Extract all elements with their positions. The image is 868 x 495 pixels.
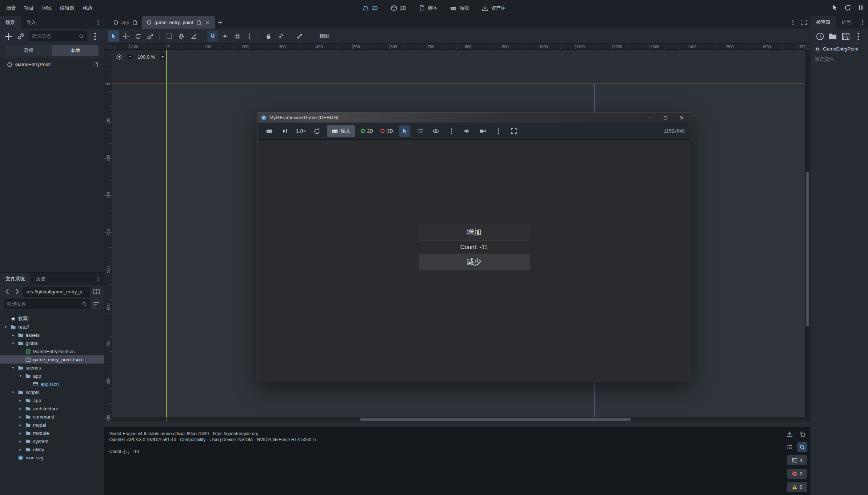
fs-item-architecture[interactable]: ▸architecture <box>0 404 104 413</box>
fs-item-res[interactable]: ▾res:// <box>0 323 104 331</box>
split-view-icon[interactable] <box>93 288 100 295</box>
fs-item-model[interactable]: ▸model <box>0 421 104 429</box>
group-node[interactable] <box>275 30 286 42</box>
visibility-toggle[interactable] <box>430 126 441 137</box>
new-scene-tab-button[interactable] <box>215 16 226 29</box>
horizontal-scrollbar[interactable] <box>112 417 805 421</box>
distraction-free-icon[interactable] <box>801 19 807 25</box>
fs-item-item[interactable]: 收藏: <box>0 315 104 323</box>
node-script-icon[interactable] <box>93 62 98 68</box>
snap-options[interactable] <box>244 30 255 42</box>
restart-game-button[interactable] <box>844 4 851 12</box>
scale-tool[interactable] <box>145 30 156 42</box>
expand-arrow-icon[interactable]: ▸ <box>18 423 23 427</box>
maximize-button[interactable] <box>657 113 674 123</box>
fs-item-command[interactable]: ▸command <box>0 413 104 421</box>
inspected-node-row[interactable]: GameEntryPoint <box>810 44 868 54</box>
log-search-button[interactable] <box>797 442 807 452</box>
next-frame[interactable] <box>279 126 291 137</box>
inspector-more-icon[interactable] <box>854 32 863 41</box>
expand-arrow-icon[interactable]: ▾ <box>10 365 16 370</box>
grid-snap-toggle[interactable] <box>219 30 230 42</box>
workspace-assetlib[interactable]: 资产库 <box>477 3 511 13</box>
lock-node[interactable] <box>263 30 274 42</box>
copy-log-button[interactable] <box>797 429 807 439</box>
embed-fullscreen[interactable] <box>508 126 519 137</box>
more-options-2[interactable] <box>493 126 504 137</box>
pan-tool[interactable] <box>176 30 187 42</box>
history-icon[interactable] <box>816 32 825 41</box>
menu-editor[interactable]: 编辑器 <box>56 0 78 16</box>
expand-arrow-icon[interactable]: ▸ <box>18 406 23 411</box>
warnings-badge[interactable]: 0 <box>787 482 807 492</box>
fs-item-global[interactable]: ▾global <box>0 339 104 347</box>
tab-filesystem[interactable]: 文件系统 <box>0 273 30 285</box>
expand-arrow-icon[interactable]: ▸ <box>18 414 23 419</box>
zoom-in-icon[interactable] <box>159 53 166 60</box>
fs-item-scenes[interactable]: ▾scenes <box>0 364 104 372</box>
fs-item-system[interactable]: ▸system <box>0 437 104 445</box>
scene-node-gameentrypoint[interactable]: GameEntryPoint <box>0 59 104 69</box>
load-resource-icon[interactable] <box>828 32 837 41</box>
executions-badge[interactable]: 4 <box>787 455 807 465</box>
expand-arrow-icon[interactable]: ▸ <box>18 439 23 444</box>
fs-item-assets[interactable]: ▸assets <box>0 331 104 339</box>
node-picker[interactable] <box>415 126 426 137</box>
decrease-button[interactable]: 减少 <box>419 254 529 270</box>
tab-signals[interactable]: 信号 <box>836 16 857 29</box>
speed-menu[interactable]: 1.0× <box>295 128 307 134</box>
save-resource-icon[interactable] <box>841 32 850 41</box>
view-menu-button[interactable]: 视图 <box>315 30 333 42</box>
fs-item-gameentrypoint-cs[interactable]: GameEntryPoint.cs <box>0 347 104 355</box>
camera-2d-toggle[interactable]: 2D <box>359 128 375 134</box>
expand-arrow-icon[interactable]: ▾ <box>3 325 8 329</box>
sort-files-icon[interactable] <box>93 300 100 308</box>
hscroll-thumb[interactable] <box>360 418 631 421</box>
history-forward-icon[interactable] <box>13 288 21 295</box>
scene-tree-menu-icon[interactable] <box>91 32 100 41</box>
close-button[interactable] <box>674 113 690 123</box>
expand-arrow-icon[interactable]: ▸ <box>10 333 16 338</box>
filter-nodes-input[interactable]: 筛选节点 <box>29 31 87 41</box>
current-path-input[interactable]: res://global/game_entry_p <box>23 287 90 297</box>
tab-scene[interactable]: 场景 <box>0 16 21 29</box>
menu-scene[interactable]: 场景 <box>2 0 20 16</box>
filesystem-dock-menu-icon[interactable] <box>95 276 101 282</box>
close-tab-icon[interactable] <box>205 20 210 25</box>
inspector-dock-menu-icon[interactable] <box>859 19 865 25</box>
vertical-scrollbar[interactable] <box>805 50 810 421</box>
expand-arrow-icon[interactable]: ▾ <box>10 341 16 346</box>
pixel-grid-toggle[interactable] <box>231 30 243 42</box>
workspace-script[interactable]: 脚本 <box>414 3 443 13</box>
vscroll-thumb[interactable] <box>806 172 809 326</box>
camera-override[interactable] <box>477 126 488 137</box>
tab-import[interactable]: 导入 <box>21 16 42 29</box>
workspace-game[interactable]: 游戏 <box>446 3 474 13</box>
menu-project[interactable]: 项目 <box>20 0 38 16</box>
pause-game-button[interactable] <box>857 4 864 12</box>
zoom-out-icon[interactable] <box>127 53 133 60</box>
mute-audio[interactable] <box>461 126 473 137</box>
snap-toggle[interactable] <box>207 30 218 42</box>
log-collapse-button[interactable] <box>785 442 794 452</box>
filter-files-input[interactable]: 筛选文件 <box>4 299 90 309</box>
errors-badge[interactable]: 0 <box>787 469 807 479</box>
restart-button[interactable] <box>311 126 323 137</box>
fs-item-module[interactable]: ▸module <box>0 429 104 437</box>
save-log-button[interactable] <box>785 429 794 439</box>
history-back-icon[interactable] <box>4 288 11 295</box>
zoom-level[interactable]: 100.0 % <box>137 54 155 60</box>
camera-3d-toggle[interactable]: 3D <box>379 128 395 134</box>
fs-item-app[interactable]: ▸app <box>0 396 104 404</box>
input-toggle[interactable]: 输入 <box>327 125 355 137</box>
workspace-3d[interactable]: 3D <box>386 3 411 13</box>
menu-help[interactable]: 帮助 <box>78 0 96 16</box>
select-mode[interactable] <box>399 126 410 137</box>
box-select-tool[interactable] <box>163 30 175 42</box>
fs-item-scripts[interactable]: ▾scripts <box>0 388 104 396</box>
local-tab[interactable]: 本地 <box>52 45 98 56</box>
move-tool[interactable] <box>120 30 131 42</box>
expand-arrow-icon[interactable]: ▸ <box>18 447 23 452</box>
add-node-icon[interactable] <box>4 32 13 41</box>
filter-properties-input[interactable]: 筛选属性 <box>810 54 868 65</box>
